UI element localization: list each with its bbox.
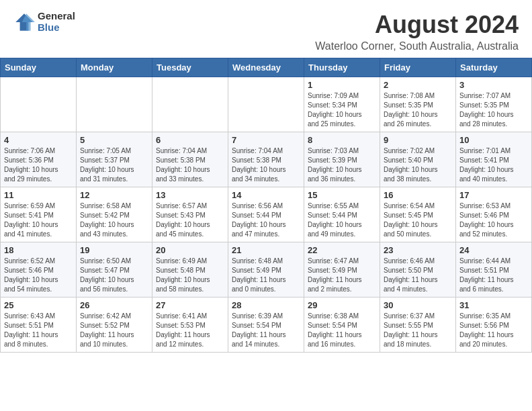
calendar-day-cell: 2Sunrise: 7:08 AMSunset: 5:35 PMDaylight… — [380, 77, 456, 132]
day-info: Sunrise: 7:04 AMSunset: 5:38 PMDaylight:… — [156, 146, 224, 184]
day-number: 19 — [80, 245, 148, 255]
day-number: 28 — [232, 300, 300, 310]
header-thursday: Thursday — [304, 58, 380, 77]
calendar-day-cell: 27Sunrise: 6:41 AMSunset: 5:53 PMDayligh… — [152, 298, 228, 353]
day-info: Sunrise: 7:06 AMSunset: 5:36 PMDaylight:… — [4, 146, 73, 184]
day-number: 10 — [459, 135, 528, 145]
day-number: 27 — [156, 300, 224, 310]
day-number: 29 — [308, 300, 376, 310]
calendar-day-cell — [77, 77, 152, 132]
day-number: 13 — [156, 190, 224, 200]
day-number: 15 — [308, 190, 376, 200]
calendar-day-cell: 11Sunrise: 6:59 AMSunset: 5:41 PMDayligh… — [1, 187, 77, 242]
calendar-day-cell: 21Sunrise: 6:48 AMSunset: 5:49 PMDayligh… — [228, 242, 304, 298]
day-info: Sunrise: 6:48 AMSunset: 5:49 PMDaylight:… — [232, 257, 300, 294]
calendar-header: August 2024 Waterloo Corner, South Austr… — [0, 0, 532, 55]
day-info: Sunrise: 6:37 AMSunset: 5:55 PMDaylight:… — [384, 312, 452, 349]
calendar-day-cell: 12Sunrise: 6:58 AMSunset: 5:42 PMDayligh… — [77, 187, 152, 242]
month-year-title: August 2024 — [13, 11, 519, 39]
calendar-day-cell: 17Sunrise: 6:53 AMSunset: 5:46 PMDayligh… — [456, 187, 532, 242]
day-number: 12 — [80, 190, 148, 200]
day-info: Sunrise: 6:50 AMSunset: 5:47 PMDaylight:… — [80, 257, 148, 294]
day-info: Sunrise: 6:56 AMSunset: 5:44 PMDaylight:… — [232, 201, 300, 239]
day-info: Sunrise: 6:55 AMSunset: 5:44 PMDaylight:… — [308, 201, 376, 239]
day-info: Sunrise: 7:03 AMSunset: 5:39 PMDaylight:… — [308, 146, 376, 184]
day-info: Sunrise: 6:49 AMSunset: 5:48 PMDaylight:… — [156, 257, 224, 294]
calendar-day-cell: 30Sunrise: 6:37 AMSunset: 5:55 PMDayligh… — [380, 298, 456, 353]
weekday-header-row: Sunday Monday Tuesday Wednesday Thursday… — [1, 58, 532, 77]
location-subtitle: Waterloo Corner, South Australia, Austra… — [13, 40, 519, 52]
calendar-week-row: 1Sunrise: 7:09 AMSunset: 5:34 PMDaylight… — [1, 77, 532, 132]
day-info: Sunrise: 6:52 AMSunset: 5:46 PMDaylight:… — [4, 257, 73, 294]
calendar-day-cell: 24Sunrise: 6:44 AMSunset: 5:51 PMDayligh… — [456, 242, 532, 298]
header-tuesday: Tuesday — [152, 58, 228, 77]
day-number: 6 — [156, 135, 224, 145]
day-number: 22 — [308, 245, 376, 255]
calendar-day-cell: 7Sunrise: 7:04 AMSunset: 5:38 PMDaylight… — [228, 132, 304, 187]
day-info: Sunrise: 6:57 AMSunset: 5:43 PMDaylight:… — [156, 201, 224, 239]
calendar-day-cell — [1, 77, 77, 132]
logo: General Blue — [13, 11, 75, 33]
calendar-day-cell: 9Sunrise: 7:02 AMSunset: 5:40 PMDaylight… — [380, 132, 456, 187]
calendar-day-cell: 29Sunrise: 6:38 AMSunset: 5:54 PMDayligh… — [304, 298, 380, 353]
calendar-day-cell: 6Sunrise: 7:04 AMSunset: 5:38 PMDaylight… — [152, 132, 228, 187]
calendar-day-cell: 14Sunrise: 6:56 AMSunset: 5:44 PMDayligh… — [228, 187, 304, 242]
calendar-day-cell: 19Sunrise: 6:50 AMSunset: 5:47 PMDayligh… — [77, 242, 152, 298]
day-info: Sunrise: 7:04 AMSunset: 5:38 PMDaylight:… — [232, 146, 300, 184]
day-info: Sunrise: 6:41 AMSunset: 5:53 PMDaylight:… — [156, 312, 224, 349]
calendar-day-cell: 3Sunrise: 7:07 AMSunset: 5:35 PMDaylight… — [456, 77, 532, 132]
calendar-day-cell — [228, 77, 304, 132]
logo-general-text: General — [38, 11, 75, 22]
header-monday: Monday — [77, 58, 152, 77]
calendar-day-cell: 5Sunrise: 7:05 AMSunset: 5:37 PMDaylight… — [77, 132, 152, 187]
day-info: Sunrise: 6:54 AMSunset: 5:45 PMDaylight:… — [384, 201, 452, 239]
day-info: Sunrise: 6:43 AMSunset: 5:51 PMDaylight:… — [4, 312, 73, 349]
calendar-week-row: 4Sunrise: 7:06 AMSunset: 5:36 PMDaylight… — [1, 132, 532, 187]
calendar-day-cell: 1Sunrise: 7:09 AMSunset: 5:34 PMDaylight… — [304, 77, 380, 132]
day-number: 4 — [4, 135, 73, 145]
calendar-day-cell: 10Sunrise: 7:01 AMSunset: 5:41 PMDayligh… — [456, 132, 532, 187]
day-number: 14 — [232, 190, 300, 200]
day-number: 7 — [232, 135, 300, 145]
day-number: 5 — [80, 135, 148, 145]
day-info: Sunrise: 7:05 AMSunset: 5:37 PMDaylight:… — [80, 146, 148, 184]
day-info: Sunrise: 7:09 AMSunset: 5:34 PMDaylight:… — [308, 91, 376, 129]
calendar-day-cell: 18Sunrise: 6:52 AMSunset: 5:46 PMDayligh… — [1, 242, 77, 298]
day-number: 3 — [459, 80, 528, 90]
day-number: 25 — [4, 300, 73, 310]
calendar-day-cell: 8Sunrise: 7:03 AMSunset: 5:39 PMDaylight… — [304, 132, 380, 187]
day-info: Sunrise: 6:58 AMSunset: 5:42 PMDaylight:… — [80, 201, 148, 239]
calendar-day-cell: 23Sunrise: 6:46 AMSunset: 5:50 PMDayligh… — [380, 242, 456, 298]
day-number: 9 — [384, 135, 452, 145]
day-info: Sunrise: 6:46 AMSunset: 5:50 PMDaylight:… — [384, 257, 452, 294]
day-info: Sunrise: 6:35 AMSunset: 5:56 PMDaylight:… — [459, 312, 528, 349]
day-number: 26 — [80, 300, 148, 310]
calendar-day-cell: 31Sunrise: 6:35 AMSunset: 5:56 PMDayligh… — [456, 298, 532, 353]
header-friday: Friday — [380, 58, 456, 77]
calendar-day-cell: 4Sunrise: 7:06 AMSunset: 5:36 PMDaylight… — [1, 132, 77, 187]
calendar-day-cell: 13Sunrise: 6:57 AMSunset: 5:43 PMDayligh… — [152, 187, 228, 242]
calendar-day-cell: 15Sunrise: 6:55 AMSunset: 5:44 PMDayligh… — [304, 187, 380, 242]
day-number: 24 — [459, 245, 528, 255]
day-info: Sunrise: 6:42 AMSunset: 5:52 PMDaylight:… — [80, 312, 148, 349]
calendar-table: Sunday Monday Tuesday Wednesday Thursday… — [0, 58, 532, 353]
day-info: Sunrise: 7:07 AMSunset: 5:35 PMDaylight:… — [459, 91, 528, 129]
day-number: 8 — [308, 135, 376, 145]
logo-blue-text: Blue — [38, 22, 75, 34]
header-wednesday: Wednesday — [228, 58, 304, 77]
day-number: 31 — [459, 300, 528, 310]
day-info: Sunrise: 6:44 AMSunset: 5:51 PMDaylight:… — [459, 257, 528, 294]
calendar-day-cell: 22Sunrise: 6:47 AMSunset: 5:49 PMDayligh… — [304, 242, 380, 298]
calendar-day-cell — [152, 77, 228, 132]
day-info: Sunrise: 6:38 AMSunset: 5:54 PMDaylight:… — [308, 312, 376, 349]
calendar-day-cell: 16Sunrise: 6:54 AMSunset: 5:45 PMDayligh… — [380, 187, 456, 242]
calendar-day-cell: 20Sunrise: 6:49 AMSunset: 5:48 PMDayligh… — [152, 242, 228, 298]
calendar-week-row: 18Sunrise: 6:52 AMSunset: 5:46 PMDayligh… — [1, 242, 532, 298]
day-info: Sunrise: 6:39 AMSunset: 5:54 PMDaylight:… — [232, 312, 300, 349]
calendar-day-cell: 28Sunrise: 6:39 AMSunset: 5:54 PMDayligh… — [228, 298, 304, 353]
calendar-day-cell: 25Sunrise: 6:43 AMSunset: 5:51 PMDayligh… — [1, 298, 77, 353]
day-info: Sunrise: 6:53 AMSunset: 5:46 PMDaylight:… — [459, 201, 528, 239]
day-number: 17 — [459, 190, 528, 200]
day-info: Sunrise: 6:47 AMSunset: 5:49 PMDaylight:… — [308, 257, 376, 294]
day-number: 21 — [232, 245, 300, 255]
